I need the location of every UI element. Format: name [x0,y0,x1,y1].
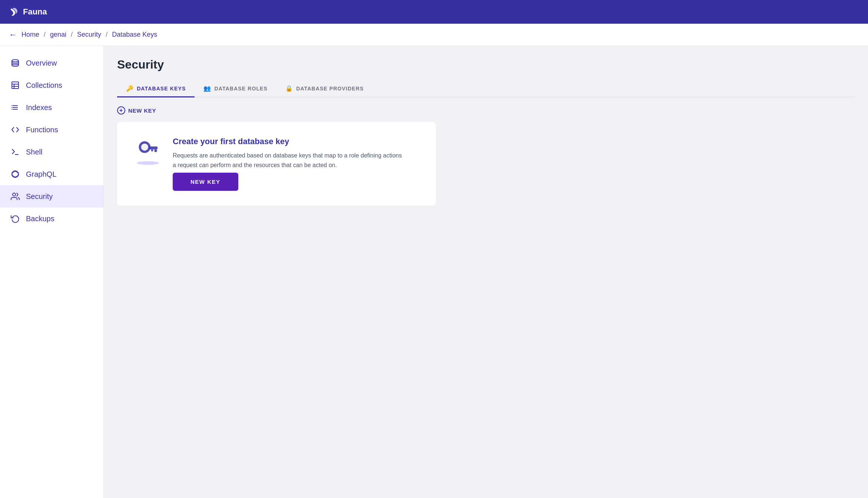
svg-point-25 [13,193,16,196]
breadcrumb-bar: ← Home / genai / Security / Database Key… [0,24,868,46]
card-text: Create your first database key Requests … [173,137,402,191]
tab-label-database-roles: DATABASE ROLES [215,86,268,92]
sidebar-label-collections: Collections [26,81,62,90]
svg-point-10 [11,109,12,110]
tab-database-providers[interactable]: 🔒 DATABASE PROVIDERS [276,80,372,97]
new-key-link-label: NEW KEY [128,107,156,114]
svg-point-12 [12,171,19,177]
sidebar-label-indexes: Indexes [26,103,52,112]
card-description: Requests are authenticated based on data… [173,151,402,170]
tab-label-database-keys: DATABASE KEYS [137,86,186,92]
back-button[interactable]: ← [9,30,17,40]
svg-point-27 [141,143,148,150]
sidebar-item-graphql[interactable]: GraphQL [0,163,103,185]
svg-point-9 [11,107,12,108]
brand-logo: Fauna [9,7,47,17]
new-key-link[interactable]: + NEW KEY [117,106,855,114]
card-inner: Create your first database key Requests … [135,137,402,191]
main-layout: Overview Collections Indexes Functions S [0,46,868,498]
breadcrumb-genai[interactable]: genai [50,31,66,39]
providers-tab-icon: 🔒 [285,85,293,92]
breadcrumb-security[interactable]: Security [77,31,101,39]
sidebar-label-functions: Functions [26,126,58,134]
breadcrumb-database-keys[interactable]: Database Keys [112,31,157,39]
db-icon [10,59,20,67]
breadcrumb-sep-3: / [106,31,107,39]
shell-icon [10,147,20,156]
security-icon [10,192,20,201]
list-icon [10,103,20,112]
tabs: 🔑 DATABASE KEYS 👥 DATABASE ROLES 🔒 DATAB… [117,80,855,97]
sidebar-item-collections[interactable]: Collections [0,74,103,96]
tab-label-database-providers: DATABASE PROVIDERS [296,86,364,92]
main-content: Security 🔑 DATABASE KEYS 👥 DATABASE ROLE… [104,46,868,498]
roles-tab-icon: 👥 [203,85,211,92]
sidebar-item-functions[interactable]: Functions [0,119,103,141]
brand-name: Fauna [23,7,47,17]
svg-rect-30 [151,149,153,151]
key-illustration [135,137,161,165]
sidebar-label-backups: Backups [26,215,54,223]
svg-rect-29 [155,149,157,152]
graphql-icon [10,170,20,179]
key-tab-icon: 🔑 [126,85,134,92]
svg-point-8 [11,105,12,106]
sidebar-label-overview: Overview [26,59,57,67]
sidebar-label-shell: Shell [26,148,42,156]
tab-database-roles[interactable]: 👥 DATABASE ROLES [195,80,276,97]
sidebar-item-overview[interactable]: Overview [0,52,103,74]
key-shadow [137,161,159,165]
sidebar-item-security[interactable]: Security [0,185,103,208]
plus-circle-icon: + [117,106,125,114]
sidebar-item-shell[interactable]: Shell [0,141,103,163]
svg-rect-1 [12,82,19,89]
sidebar-item-indexes[interactable]: Indexes [0,96,103,119]
svg-rect-28 [149,146,158,149]
svg-point-0 [12,60,19,62]
top-nav: Fauna [0,0,868,24]
code-icon [10,125,20,134]
page-title: Security [117,58,855,72]
sidebar: Overview Collections Indexes Functions S [0,46,104,498]
table-icon [10,81,20,90]
breadcrumb-sep-2: / [71,31,73,39]
create-key-card: Create your first database key Requests … [117,122,436,206]
fauna-bird-icon [9,7,19,17]
sidebar-item-backups[interactable]: Backups [0,208,103,230]
sidebar-label-graphql: GraphQL [26,170,56,179]
new-key-button[interactable]: NEW KEY [173,173,238,191]
key-svg-icon [135,137,161,163]
breadcrumb-sep-1: / [44,31,46,39]
sidebar-label-security: Security [26,192,53,201]
breadcrumb-home[interactable]: Home [21,31,39,39]
backups-icon [10,214,20,223]
tab-database-keys[interactable]: 🔑 DATABASE KEYS [117,80,195,97]
card-headline: Create your first database key [173,137,402,146]
